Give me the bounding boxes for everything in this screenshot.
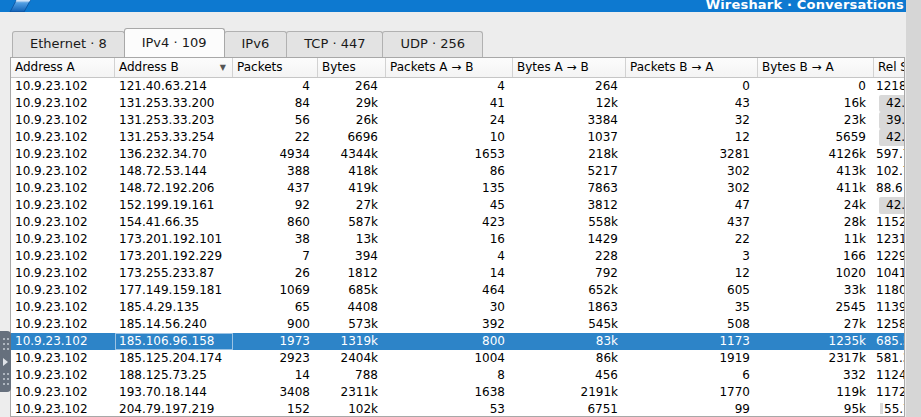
table-row[interactable]: 10.9.23.102 136.232.34.70 4934 4344k 165… bbox=[11, 146, 904, 163]
cell-bytes: 2404k bbox=[318, 350, 386, 367]
cell-address-b: 173.255.233.87 bbox=[115, 265, 233, 282]
column-header-bytes-a-b[interactable]: Bytes A → B bbox=[513, 58, 626, 77]
cell-packets-b-a: 1173 bbox=[626, 333, 758, 350]
column-header-packets[interactable]: Packets bbox=[233, 58, 318, 77]
cell-bytes-b-a: 2545 bbox=[758, 299, 874, 316]
cell-address-b: 148.72.53.144 bbox=[115, 163, 233, 180]
cell-packets-b-a: 605 bbox=[626, 282, 758, 299]
expand-arrow-icon bbox=[3, 358, 8, 366]
cell-packets: 14 bbox=[233, 367, 318, 384]
table-row[interactable]: 10.9.23.102 154.41.66.35 860 587k 423 55… bbox=[11, 214, 904, 231]
cell-packets-b-a: 0 bbox=[626, 78, 758, 95]
grip-dots-icon bbox=[2, 372, 9, 386]
table-row[interactable]: 10.9.23.102 185.125.204.174 2923 2404k 1… bbox=[11, 350, 904, 367]
cell-packets-a-b: 800 bbox=[386, 333, 513, 350]
cell-rel-start: 55.7 bbox=[874, 401, 904, 417]
cell-packets: 92 bbox=[233, 197, 318, 214]
cell-packets: 388 bbox=[233, 163, 318, 180]
cell-packets-a-b: 53 bbox=[386, 401, 513, 417]
table-row[interactable]: 10.9.23.102 185.4.29.135 65 4408 30 1863… bbox=[11, 299, 904, 316]
cell-address-a: 10.9.23.102 bbox=[11, 265, 115, 282]
table-row[interactable]: 10.9.23.102 204.79.197.219 152 102k 53 6… bbox=[11, 401, 904, 417]
table-row[interactable]: 10.9.23.102 131.253.33.203 56 26k 24 338… bbox=[11, 112, 904, 129]
cell-packets: 900 bbox=[233, 316, 318, 333]
cell-bytes: 788 bbox=[318, 367, 386, 384]
cell-rel-start: 1041. bbox=[874, 265, 904, 282]
cell-packets-a-b: 4 bbox=[386, 248, 513, 265]
cell-packets-a-b: 1653 bbox=[386, 146, 513, 163]
tab-ipv4[interactable]: IPv4 · 109 bbox=[124, 28, 225, 57]
table-row[interactable]: 10.9.23.102 148.72.53.144 388 418k 86 52… bbox=[11, 163, 904, 180]
cell-address-a: 10.9.23.102 bbox=[11, 299, 115, 316]
cell-packets-b-a: 3281 bbox=[626, 146, 758, 163]
cell-address-b: 188.125.73.25 bbox=[115, 367, 233, 384]
table-row[interactable]: 10.9.23.102 173.255.233.87 26 1812 14 79… bbox=[11, 265, 904, 282]
column-header-bytes[interactable]: Bytes bbox=[318, 58, 386, 77]
cell-packets: 84 bbox=[233, 95, 318, 112]
cell-address-b: 148.72.192.206 bbox=[115, 180, 233, 197]
cell-packets: 38 bbox=[233, 231, 318, 248]
cell-packets: 22 bbox=[233, 129, 318, 146]
table-row[interactable]: 10.9.23.102 177.149.159.181 1069 685k 46… bbox=[11, 282, 904, 299]
cell-bytes: 419k bbox=[318, 180, 386, 197]
column-header-packets-b-a[interactable]: Packets B → A bbox=[626, 58, 758, 77]
cell-bytes-a-b: 12k bbox=[513, 95, 626, 112]
tab-ethernet[interactable]: Ethernet · 8 bbox=[12, 31, 125, 57]
table-row[interactable]: 10.9.23.102 148.72.192.206 437 419k 135 … bbox=[11, 180, 904, 197]
table-row[interactable]: 10.9.23.102 193.70.18.144 3408 2311k 163… bbox=[11, 384, 904, 401]
cell-bytes-b-a: 166 bbox=[758, 248, 874, 265]
cell-address-a: 10.9.23.102 bbox=[11, 350, 115, 367]
cell-address-a: 10.9.23.102 bbox=[11, 214, 115, 231]
column-header-rel-start[interactable]: Rel St bbox=[874, 58, 904, 77]
table-row[interactable]: 10.9.23.102 131.253.33.200 84 29k 41 12k… bbox=[11, 95, 904, 112]
cell-bytes-b-a: 24k bbox=[758, 197, 874, 214]
cell-bytes-b-a: 1235k bbox=[758, 333, 874, 350]
table-row[interactable]: 10.9.23.102 185.14.56.240 900 573k 392 5… bbox=[11, 316, 904, 333]
table-row[interactable]: 10.9.23.102 188.125.73.25 14 788 8 456 6… bbox=[11, 367, 904, 384]
table-row[interactable]: 10.9.23.102 152.199.19.161 92 27k 45 381… bbox=[11, 197, 904, 214]
splitter-handle[interactable] bbox=[0, 331, 11, 392]
column-header-address-b[interactable]: ▼Address B bbox=[115, 58, 233, 77]
cell-rel-start: 1152. bbox=[874, 214, 904, 231]
cell-bytes: 26k bbox=[318, 112, 386, 129]
cell-bytes-b-a: 23k bbox=[758, 112, 874, 129]
tab-tcp[interactable]: TCP · 447 bbox=[286, 31, 383, 57]
cell-address-a: 10.9.23.102 bbox=[11, 180, 115, 197]
cell-bytes-a-b: 5217 bbox=[513, 163, 626, 180]
cell-rel-start: 597.7 bbox=[874, 146, 904, 163]
cell-packets-a-b: 1004 bbox=[386, 350, 513, 367]
cell-rel-start: 1172. bbox=[874, 384, 904, 401]
cell-bytes: 573k bbox=[318, 316, 386, 333]
cell-packets: 4 bbox=[233, 78, 318, 95]
column-header-bytes-b-a[interactable]: Bytes B → A bbox=[758, 58, 874, 77]
cell-address-a: 10.9.23.102 bbox=[11, 112, 115, 129]
cell-packets-a-b: 423 bbox=[386, 214, 513, 231]
cell-address-b: 173.201.192.229 bbox=[115, 248, 233, 265]
tab-udp[interactable]: UDP · 256 bbox=[382, 31, 483, 57]
cell-bytes-b-a: 5659 bbox=[758, 129, 874, 146]
cell-address-a: 10.9.23.102 bbox=[11, 384, 115, 401]
cell-bytes-b-a: 4126k bbox=[758, 146, 874, 163]
cell-address-a: 10.9.23.102 bbox=[11, 333, 115, 350]
table-row[interactable]: 10.9.23.102 173.201.192.101 38 13k 16 14… bbox=[11, 231, 904, 248]
table-row[interactable]: 10.9.23.102 131.253.33.254 22 6696 10 10… bbox=[11, 129, 904, 146]
table-row[interactable]: 10.9.23.102 121.40.63.214 4 264 4 264 0 … bbox=[11, 78, 904, 95]
cell-address-a: 10.9.23.102 bbox=[11, 248, 115, 265]
cell-bytes-a-b: 1037 bbox=[513, 129, 626, 146]
sort-indicator-icon: ▼ bbox=[220, 58, 226, 77]
cell-packets: 2923 bbox=[233, 350, 318, 367]
cell-bytes: 587k bbox=[318, 214, 386, 231]
column-header-packets-a-b[interactable]: Packets A → B bbox=[386, 58, 513, 77]
column-header-address-a[interactable]: Address A bbox=[11, 58, 115, 77]
cell-packets-b-a: 1919 bbox=[626, 350, 758, 367]
cell-packets-b-a: 47 bbox=[626, 197, 758, 214]
conversations-window: Wireshark · Conversations Ethernet · 8 I… bbox=[0, 0, 906, 417]
cell-bytes-b-a: 332 bbox=[758, 367, 874, 384]
cell-address-a: 10.9.23.102 bbox=[11, 129, 115, 146]
table-row[interactable]: 10.9.23.102 185.106.96.158 1973 1319k 80… bbox=[11, 333, 904, 350]
tab-ipv6[interactable]: IPv6 bbox=[224, 31, 288, 57]
cell-bytes-a-b: 7863 bbox=[513, 180, 626, 197]
table-row[interactable]: 10.9.23.102 173.201.192.229 7 394 4 228 … bbox=[11, 248, 904, 265]
conversations-table: Address A ▼Address B Packets Bytes Packe… bbox=[10, 57, 905, 417]
cell-address-b: 185.125.204.174 bbox=[115, 350, 233, 367]
